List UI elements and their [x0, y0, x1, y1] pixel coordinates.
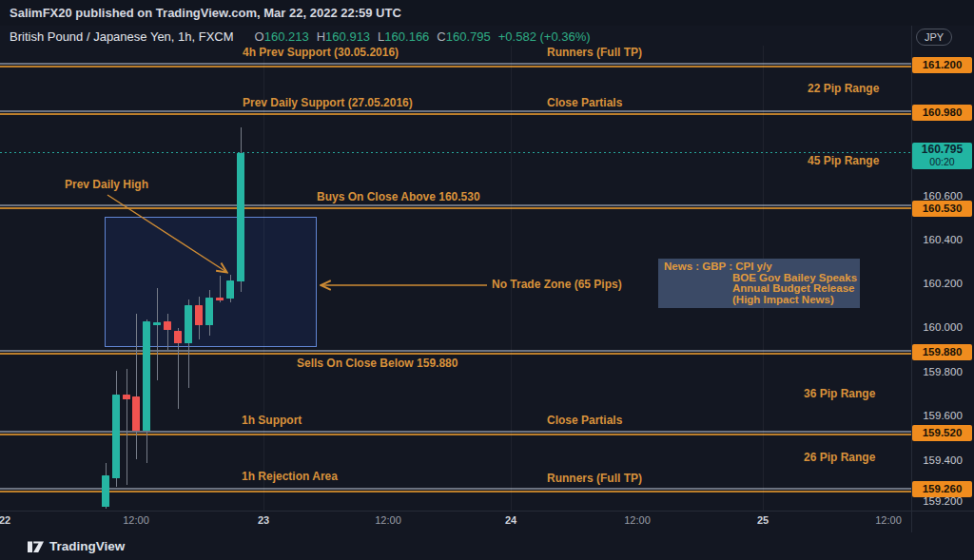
- candle-wick: [157, 288, 158, 380]
- level-line-orange: [0, 66, 911, 68]
- candle-body: [132, 396, 140, 431]
- price-axis-flag: 160.530: [912, 201, 972, 217]
- close-value: 160.795: [446, 29, 491, 44]
- chart-annotation: Close Partials: [547, 414, 622, 427]
- chart-annotation: 1h Rejection Area: [242, 470, 338, 483]
- candle-body: [205, 298, 213, 325]
- current-price-value: 160.795: [912, 143, 972, 157]
- chart-annotation: Close Partials: [547, 96, 622, 109]
- chart-annotation: Sells On Close Below 159.880: [297, 357, 458, 370]
- chart-annotation: 4h Prev Support (30.05.2016): [243, 46, 399, 59]
- chart-annotation: Buys On Close Above 160.530: [317, 190, 480, 203]
- price-axis-label: 159.800: [911, 366, 974, 377]
- time-axis-label: 12:00: [375, 514, 401, 526]
- publisher-line: SalimFX20 published on TradingView.com, …: [10, 6, 401, 20]
- price-axis-flag: 159.880: [912, 344, 972, 360]
- news-line: Annual Budget Release: [664, 283, 860, 295]
- price-axis-label: 159.600: [911, 410, 974, 421]
- chart-annotation: 36 Pip Range: [804, 387, 875, 400]
- price-axis-flag: 161.200: [912, 57, 972, 73]
- time-axis-label: 12:00: [123, 514, 149, 526]
- candle-body: [174, 331, 182, 343]
- publish-header: SalimFX20 published on TradingView.com, …: [0, 0, 974, 26]
- day-gridline: [263, 46, 264, 511]
- price-axis-flag: 159.260: [912, 481, 972, 497]
- level-line-gray: [0, 204, 911, 206]
- chart-annotation: No Trade Zone (65 Pips): [492, 278, 622, 291]
- candle-body: [112, 395, 120, 478]
- candle-wick: [167, 314, 168, 350]
- bar-countdown: 00:20: [912, 157, 972, 167]
- price-axis-label: 159.400: [911, 454, 974, 466]
- currency-badge: JPY: [916, 29, 952, 46]
- chart-annotation: Prev Daily High: [65, 178, 148, 191]
- level-line-gray: [0, 110, 911, 112]
- price-axis-flag: 159.520: [912, 425, 972, 441]
- tradingview-logo-icon: [28, 539, 45, 553]
- time-axis-label: 23: [258, 514, 269, 526]
- time-axis-label: 12:00: [624, 514, 651, 526]
- level-line-gray: [0, 488, 911, 490]
- tradingview-published-chart: SalimFX20 published on TradingView.com, …: [0, 0, 974, 560]
- high-label: H: [317, 29, 325, 44]
- price-axis-label: 160.400: [911, 234, 974, 245]
- open-value: 160.213: [264, 29, 309, 44]
- time-axis-separator: [0, 511, 974, 512]
- news-annotation: News : GBP : CPI y/y BOE Gov Bailey Spea…: [658, 259, 860, 308]
- price-axis-label: 160.000: [911, 321, 974, 333]
- footer: TradingView: [0, 532, 974, 560]
- chart-annotation: Prev Daily Support (27.05.2016): [243, 96, 413, 109]
- candle-body: [226, 280, 234, 299]
- symbol-title: British Pound / Japanese Yen, 1h, FXCM: [10, 29, 234, 44]
- chart-annotation: Runners (Full TP): [547, 472, 642, 485]
- level-line-orange: [0, 113, 911, 115]
- chart-annotation: 45 Pip Range: [808, 154, 879, 167]
- time-axis-label: 22: [0, 514, 10, 526]
- level-line-orange: [0, 207, 911, 209]
- low-value: 160.166: [384, 29, 429, 44]
- time-axis-label: 25: [757, 514, 769, 526]
- time-axis-label: 24: [505, 514, 516, 526]
- candle-wick: [127, 369, 127, 485]
- chart-annotation: 1h Support: [242, 414, 302, 427]
- chart-annotation: 26 Pip Range: [804, 451, 875, 464]
- high-value: 160.913: [325, 29, 370, 44]
- news-line: News : GBP : CPI y/y: [664, 261, 860, 273]
- candle-body: [153, 322, 161, 325]
- price-axis-flag: 160.980: [912, 105, 972, 121]
- change-value: +0.582 (+0.36%): [498, 29, 591, 44]
- current-price-line: [0, 152, 911, 153]
- level-line-gray: [0, 63, 911, 65]
- current-price-label: 160.79500:20: [912, 143, 972, 169]
- candle-body: [123, 395, 130, 399]
- close-label: C: [437, 29, 445, 44]
- level-line-orange: [0, 491, 911, 492]
- candle-body: [143, 321, 150, 431]
- tradingview-brand: TradingView: [49, 539, 125, 553]
- chart-annotation: 22 Pip Range: [808, 82, 879, 95]
- price-axis-label: 160.200: [911, 278, 974, 289]
- symbol-legend[interactable]: British Pound / Japanese Yen, 1h, FXCMO1…: [10, 29, 591, 47]
- open-label: O: [255, 29, 264, 44]
- chart-annotation: Runners (Full TP): [547, 46, 642, 59]
- candle-body: [164, 321, 171, 330]
- time-axis-label: 12:00: [875, 514, 902, 526]
- candle-wick: [136, 314, 137, 459]
- candle-body: [237, 153, 244, 281]
- candle-body: [195, 305, 203, 325]
- candle-body: [216, 298, 224, 300]
- candle-body: [102, 475, 109, 507]
- candle-body: [185, 305, 192, 343]
- news-line: (High Impact News): [664, 295, 860, 306]
